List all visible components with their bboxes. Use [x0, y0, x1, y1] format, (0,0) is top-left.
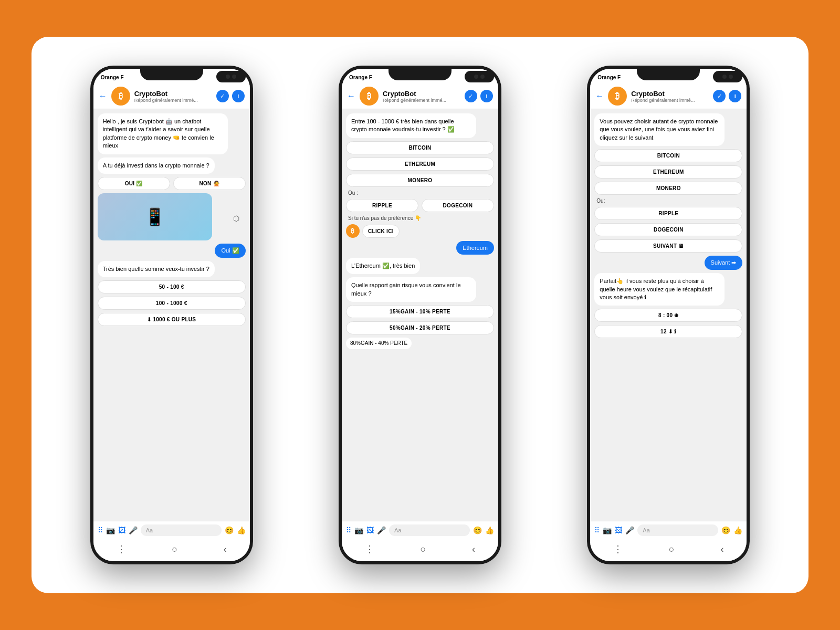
- bot-avatar-3: ₿: [608, 87, 627, 106]
- msg-bot-question1: A tu déjà investi dans la crypto monnaie…: [98, 158, 215, 174]
- camera-icon-3[interactable]: 📷: [603, 526, 612, 534]
- info-icon-2[interactable]: i: [480, 90, 493, 102]
- back-arrow-3[interactable]: ←: [595, 91, 604, 101]
- back-arrow-1[interactable]: ←: [99, 91, 107, 101]
- nav-home-1[interactable]: ○: [172, 544, 177, 555]
- mic-icon-3[interactable]: 🎤: [625, 526, 634, 534]
- btn-ethereum-2[interactable]: ETHEREUM: [346, 158, 494, 171]
- msg-user-suivant: Suivant ➡: [705, 256, 743, 270]
- bot-sub-2: Répond généralement immé...: [383, 98, 460, 103]
- like-icon-2[interactable]: 👍: [485, 526, 494, 534]
- btn-ripple-2[interactable]: RIPPLE: [346, 199, 418, 212]
- nav-menu-3[interactable]: ⋮: [613, 543, 623, 555]
- grid-icon-1[interactable]: ⠿: [98, 526, 103, 534]
- btn-1000-plus[interactable]: ⬇ 1000 € OU PLUS: [98, 313, 246, 326]
- phone-image: [98, 193, 212, 240]
- non-button[interactable]: NON 🙅: [173, 177, 246, 190]
- camera-notch-2: [465, 71, 494, 82]
- phone-2-inner: Orange F 15:51 🔋📶 ← ₿ CryptoBot Répond g…: [342, 69, 498, 561]
- back-arrow-2[interactable]: ←: [347, 91, 355, 101]
- btn-gain-50[interactable]: 50%GAIN - 20% PERTE: [346, 321, 494, 334]
- chat-header-2: ← ₿ CryptoBot Répond généralement immé..…: [342, 83, 498, 109]
- msg-user-ethereum: Ethereum: [456, 241, 494, 255]
- header-icons-2: ✓ i: [465, 90, 493, 102]
- like-icon-3[interactable]: 👍: [733, 526, 742, 534]
- mic-icon-2[interactable]: 🎤: [377, 526, 386, 534]
- btn-100-1000[interactable]: 100 - 1000 €: [98, 297, 246, 310]
- click-ici-row: ₿ CLICK ICI: [346, 224, 494, 238]
- nav-home-3[interactable]: ○: [669, 544, 675, 555]
- chat-header-1: ← ₿ CryptoBot Répond généralement immé..…: [93, 83, 250, 109]
- btn-bitcoin-2[interactable]: BITCOIN: [346, 141, 494, 154]
- oui-button[interactable]: OUI ✅: [98, 177, 170, 190]
- camera-icon-1[interactable]: 📷: [106, 526, 115, 534]
- btn-gain-15[interactable]: 15%GAIN - 10% PERTE: [346, 305, 494, 318]
- emoji-icon-1[interactable]: 😊: [225, 526, 234, 534]
- carrier-1: Orange F: [101, 75, 124, 80]
- btn-click-ici[interactable]: CLICK ICI: [362, 225, 400, 238]
- btn-suivant-3[interactable]: SUIVANT 🖥: [594, 239, 742, 253]
- label-ou-3: Ou:: [594, 198, 742, 204]
- nav-menu-2[interactable]: ⋮: [365, 543, 374, 555]
- phone-1: Orange F 15:51 🔋📶 ← ₿ CryptoBot Répond g…: [90, 66, 253, 564]
- camera-dot-2: [232, 75, 236, 79]
- carrier-2: Orange F: [349, 75, 372, 80]
- nav-back-3[interactable]: ‹: [720, 544, 723, 555]
- nav-menu-1[interactable]: ⋮: [117, 543, 126, 555]
- info-icon-3[interactable]: i: [729, 90, 741, 102]
- msg-bot-partial: 80%GAIN - 40% PERTE: [346, 338, 412, 349]
- header-info-1: CryptoBot Répond généralement immé...: [134, 90, 212, 103]
- chat-area-2: Entre 100 - 1000 € très bien dans quelle…: [342, 109, 498, 521]
- camera-icon-2[interactable]: 📷: [354, 526, 363, 534]
- input-box-2[interactable]: Aa: [389, 524, 470, 536]
- btn-50-100[interactable]: 50 - 100 €: [98, 280, 246, 293]
- nav-home-2[interactable]: ○: [421, 544, 426, 555]
- bot-sub-3: Répond généralement immé...: [631, 98, 709, 103]
- btn-monero-2[interactable]: MONERO: [346, 174, 494, 187]
- header-icons-3: ✓ i: [713, 90, 741, 102]
- input-box-3[interactable]: Aa: [637, 524, 718, 536]
- check-icon-3[interactable]: ✓: [713, 90, 726, 102]
- camera-dot-6: [729, 75, 733, 79]
- image-icon-1[interactable]: 🖼: [118, 526, 125, 534]
- nav-back-2[interactable]: ‹: [472, 544, 475, 555]
- bot-sub-1: Répond généralement immé...: [134, 98, 212, 103]
- msg-bot-intro: Hello , je suis Cryptobot 🤖 un chatbot i…: [98, 113, 228, 154]
- check-icon-2[interactable]: ✓: [465, 90, 477, 102]
- info-icon-1[interactable]: i: [232, 90, 245, 102]
- camera-dot: [226, 75, 230, 79]
- input-box-1[interactable]: Aa: [141, 524, 222, 536]
- chat-area-1: Hello , je suis Cryptobot 🤖 un chatbot i…: [93, 109, 250, 521]
- label-ou-2: Ou :: [346, 190, 494, 196]
- main-card: Orange F 15:51 🔋📶 ← ₿ CryptoBot Répond g…: [32, 37, 808, 593]
- btn-8h[interactable]: 8 : 00 ⊕: [594, 309, 742, 322]
- msg-bot-choisir: Vous pouvez choisir autant de crypto mon…: [594, 113, 724, 146]
- mic-icon-1[interactable]: 🎤: [129, 526, 138, 534]
- nav-back-1[interactable]: ‹: [224, 544, 227, 555]
- bot-avatar-small-2: ₿: [346, 224, 360, 238]
- check-icon-1[interactable]: ✓: [216, 90, 229, 102]
- emoji-icon-2[interactable]: 😊: [473, 526, 482, 534]
- bot-name-2: CryptoBot: [383, 90, 460, 98]
- image-icon-3[interactable]: 🖼: [615, 526, 622, 534]
- phone-3-inner: Orange F 15:52 🔋📶 ← ₿ CryptoBot Répond g…: [590, 69, 747, 561]
- grid-icon-3[interactable]: ⠿: [594, 526, 600, 534]
- emoji-icon-3[interactable]: 😊: [721, 526, 730, 534]
- bot-avatar-2: ₿: [360, 87, 379, 106]
- like-icon-1[interactable]: 👍: [237, 526, 246, 534]
- image-icon-2[interactable]: 🖼: [366, 526, 374, 534]
- phone-1-inner: Orange F 15:51 🔋📶 ← ₿ CryptoBot Répond g…: [93, 69, 250, 561]
- btn-monero-3[interactable]: MONERO: [594, 182, 742, 195]
- label-pref: Si tu n'as pas de préférence 👇: [346, 215, 494, 221]
- btn-dogecoin-2[interactable]: DOGECOIN: [422, 199, 494, 212]
- msg-bot-ethereum-ok: L'Ethereum ✅, très bien: [346, 258, 420, 274]
- share-icon[interactable]: ⬡: [233, 214, 239, 219]
- carrier-3: Orange F: [597, 75, 621, 80]
- btn-bitcoin-3[interactable]: BITCOIN: [594, 149, 742, 162]
- btn-ripple-3[interactable]: RIPPLE: [594, 207, 742, 220]
- btn-dogecoin-3[interactable]: DOGECOIN: [594, 223, 742, 236]
- btn-12h[interactable]: 12 ⬇ ℹ: [594, 325, 742, 338]
- phone-2: Orange F 15:51 🔋📶 ← ₿ CryptoBot Répond g…: [339, 66, 501, 564]
- btn-ethereum-3[interactable]: ETHEREUM: [594, 165, 742, 178]
- grid-icon-2[interactable]: ⠿: [346, 526, 351, 534]
